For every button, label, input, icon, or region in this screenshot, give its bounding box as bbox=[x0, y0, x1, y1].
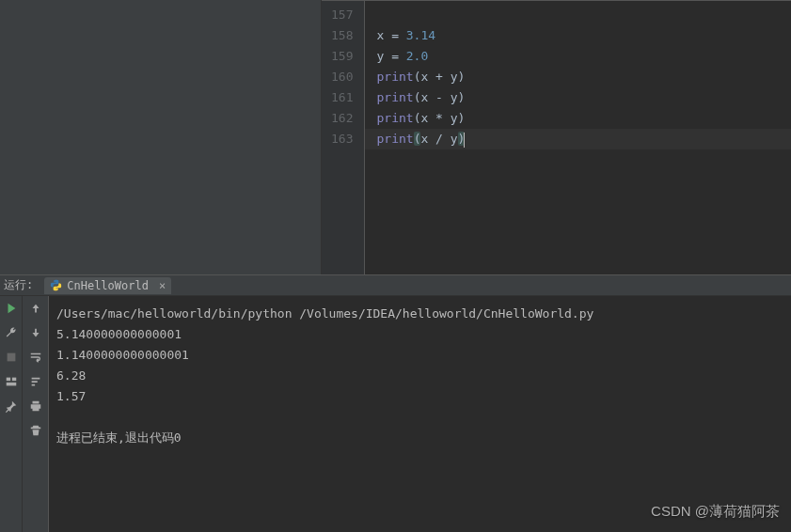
svg-rect-0 bbox=[7, 353, 15, 362]
line-number: 160 bbox=[331, 67, 353, 87]
layout-icon[interactable] bbox=[5, 375, 18, 388]
code-line[interactable] bbox=[376, 5, 791, 25]
run-panel: 运行: CnHelloWorld × /Users/mac/helloworld… bbox=[0, 274, 791, 532]
line-number: 163 bbox=[331, 129, 353, 149]
project-sidebar bbox=[0, 0, 322, 274]
svg-rect-3 bbox=[6, 383, 16, 386]
close-icon[interactable]: × bbox=[159, 279, 166, 292]
trash-icon[interactable] bbox=[29, 424, 42, 437]
run-tab-label: CnHelloWorld bbox=[67, 279, 149, 292]
sort-icon[interactable] bbox=[29, 375, 42, 388]
svg-rect-2 bbox=[11, 378, 15, 382]
wrench-icon[interactable] bbox=[5, 326, 18, 339]
console-line: 5.140000000000001 bbox=[56, 324, 783, 345]
print-icon[interactable] bbox=[29, 399, 42, 413]
line-gutter: 157158159160161162163 bbox=[322, 1, 365, 274]
console-line: 6.28 bbox=[56, 366, 783, 386]
svg-rect-1 bbox=[6, 378, 9, 382]
console-output[interactable]: /Users/mac/helloworld/bin/python /Volume… bbox=[49, 296, 791, 532]
play-icon[interactable] bbox=[5, 302, 18, 315]
line-number: 161 bbox=[331, 87, 353, 108]
pin-icon[interactable] bbox=[5, 399, 18, 413]
watermark: CSDN @薄荷猫阿茶 bbox=[651, 503, 780, 521]
run-header: 运行: CnHelloWorld × bbox=[0, 275, 791, 296]
code-line[interactable]: y = 2.0 bbox=[376, 46, 791, 67]
code-line[interactable]: print(x / y) bbox=[376, 129, 791, 149]
down-icon[interactable] bbox=[29, 326, 42, 339]
run-label: 运行: bbox=[4, 277, 33, 293]
console-line: 进程已结束,退出代码0 bbox=[56, 428, 783, 448]
console-line: 1.1400000000000001 bbox=[56, 345, 783, 366]
console-line bbox=[56, 407, 783, 428]
run-toolbar-right bbox=[23, 296, 49, 532]
code-area[interactable]: x = 3.14y = 2.0print(x + y)print(x - y)p… bbox=[365, 1, 791, 274]
code-line[interactable]: print(x - y) bbox=[376, 87, 791, 108]
up-icon[interactable] bbox=[29, 302, 42, 315]
line-number: 159 bbox=[331, 46, 353, 67]
run-tab[interactable]: CnHelloWorld × bbox=[44, 277, 171, 294]
console-line: /Users/mac/helloworld/bin/python /Volume… bbox=[56, 304, 783, 324]
code-editor[interactable]: 157158159160161162163 x = 3.14y = 2.0pri… bbox=[322, 0, 791, 274]
console-line: 1.57 bbox=[56, 386, 783, 407]
line-number: 162 bbox=[331, 108, 353, 129]
run-toolbar-left bbox=[0, 296, 23, 532]
code-line[interactable]: print(x + y) bbox=[376, 67, 791, 87]
line-number: 157 bbox=[331, 5, 353, 25]
line-number: 158 bbox=[331, 25, 353, 46]
code-line[interactable]: x = 3.14 bbox=[376, 25, 791, 46]
stop-icon[interactable] bbox=[5, 351, 18, 364]
python-icon bbox=[50, 279, 62, 291]
code-line[interactable]: print(x * y) bbox=[376, 108, 791, 129]
wrap-icon[interactable] bbox=[29, 351, 42, 364]
